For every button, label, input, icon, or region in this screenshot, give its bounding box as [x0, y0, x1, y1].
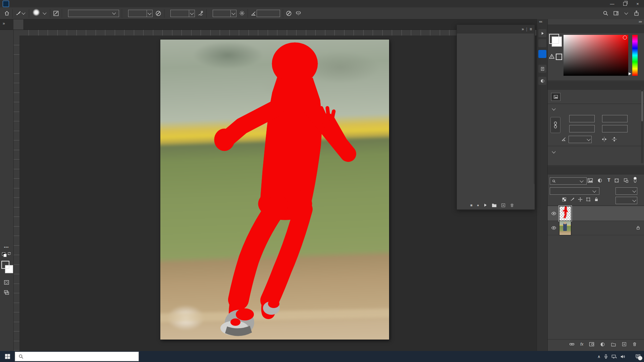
- flow-field[interactable]: [170, 10, 189, 17]
- tab-overflow-icon[interactable]: »: [3, 21, 4, 26]
- brush-tool-preset-icon[interactable]: [15, 11, 21, 16]
- airbrush-icon[interactable]: [198, 10, 204, 16]
- speaker-icon[interactable]: [620, 354, 625, 359]
- foreground-color-swatch[interactable]: [1, 261, 9, 269]
- mode-select[interactable]: [68, 10, 119, 17]
- filter-shape-layers-icon[interactable]: [614, 178, 619, 183]
- close-button[interactable]: ×: [631, 0, 644, 7]
- color-fg-swatch[interactable]: [549, 34, 559, 44]
- filter-pixel-layers-icon[interactable]: [587, 178, 593, 183]
- microphone-icon[interactable]: [604, 354, 608, 359]
- ava-plugin-icon[interactable]: [538, 50, 546, 58]
- minimize-button[interactable]: —: [606, 0, 619, 7]
- workspace-chevron-icon[interactable]: [624, 11, 628, 14]
- lock-position-icon[interactable]: [578, 197, 583, 202]
- properties-scrollbar[interactable]: [641, 86, 643, 163]
- hue-slider[interactable]: [632, 35, 638, 76]
- smoothing-options-gear-icon[interactable]: [239, 10, 245, 16]
- edit-toolbar-ellipsis-icon[interactable]: •••: [1, 243, 12, 251]
- layer-filter-kind-select[interactable]: [550, 177, 587, 185]
- opacity-field[interactable]: [128, 10, 147, 17]
- flip-vertical-icon[interactable]: [611, 136, 617, 142]
- ruler-origin-corner[interactable]: [13, 29, 20, 36]
- screen-mode-icon[interactable]: [1, 288, 12, 297]
- height-field[interactable]: [569, 125, 595, 132]
- delete-layer-icon[interactable]: [632, 342, 637, 347]
- action-center-icon[interactable]: [635, 354, 641, 359]
- home-icon[interactable]: [4, 10, 10, 16]
- new-adjustment-layer-icon[interactable]: [600, 342, 605, 347]
- brush-angle-field[interactable]: [257, 10, 280, 17]
- gamut-warning-swatch[interactable]: [556, 54, 562, 60]
- brush-picker-chevron-icon[interactable]: [43, 11, 46, 14]
- lock-pixels-icon[interactable]: [570, 197, 575, 202]
- smoothing-field[interactable]: [213, 10, 231, 17]
- document-canvas[interactable]: [160, 40, 389, 340]
- filter-type-layers-icon[interactable]: T: [607, 177, 610, 183]
- fill-chevron[interactable]: [632, 197, 637, 204]
- collapse-strip-icon[interactable]: ««: [539, 20, 542, 23]
- notes-panel-icon[interactable]: [538, 65, 546, 73]
- flip-horizontal-icon[interactable]: [601, 136, 607, 142]
- workspace-switcher-icon[interactable]: [613, 10, 619, 16]
- lock-artboard-icon[interactable]: [586, 197, 591, 202]
- link-layers-icon[interactable]: [569, 342, 575, 347]
- default-colors-icon[interactable]: [1, 252, 11, 257]
- foreground-background-swatches[interactable]: [1, 261, 12, 273]
- x-field[interactable]: [602, 115, 628, 122]
- brush-size-preview[interactable]: [33, 9, 40, 16]
- restore-button[interactable]: [619, 0, 631, 7]
- panel-menu-icon[interactable]: ≡: [530, 27, 532, 32]
- brush-preset-chevron-icon[interactable]: [21, 11, 25, 14]
- width-field[interactable]: [569, 115, 595, 122]
- y-field[interactable]: [602, 125, 628, 132]
- play-icon[interactable]: [483, 203, 487, 207]
- quick-mask-icon[interactable]: [1, 278, 12, 287]
- transform-collapse-chevron-icon[interactable]: [552, 107, 555, 110]
- new-layer-icon[interactable]: [622, 342, 627, 347]
- filter-toggle-icon[interactable]: [633, 177, 637, 183]
- layer-visibility-eye-icon[interactable]: [551, 225, 556, 231]
- fx-panel-icon[interactable]: [538, 39, 546, 47]
- tray-chevron-up-icon[interactable]: ∧: [597, 354, 600, 359]
- stop-recording-icon[interactable]: ■: [470, 203, 473, 207]
- color-saturation-brightness-box[interactable]: [564, 35, 628, 76]
- pressure-size-icon[interactable]: [286, 10, 292, 16]
- search-icon[interactable]: [603, 10, 608, 16]
- new-action-set-icon[interactable]: [492, 203, 497, 207]
- constrain-proportions-link-icon[interactable]: [550, 117, 560, 133]
- document-tab[interactable]: [13, 19, 24, 29]
- new-group-icon[interactable]: [611, 342, 616, 347]
- opacity-chevron[interactable]: [147, 10, 153, 17]
- play-panel-icon[interactable]: [538, 29, 546, 37]
- paint-symmetry-icon[interactable]: [295, 10, 302, 16]
- align-collapse-chevron-icon[interactable]: [552, 149, 555, 153]
- brush-settings-panel-icon[interactable]: [53, 10, 59, 16]
- blend-mode-select[interactable]: [550, 187, 599, 195]
- nbp-plugin-icon[interactable]: [538, 89, 546, 97]
- pressure-opacity-icon[interactable]: [155, 10, 161, 16]
- vertical-ruler[interactable]: [13, 36, 20, 351]
- add-layer-mask-icon[interactable]: [589, 342, 594, 347]
- lock-transparency-icon[interactable]: [562, 197, 567, 202]
- lock-all-icon[interactable]: [594, 197, 599, 202]
- layer-thumbnail-brush[interactable]: [559, 206, 571, 221]
- layer-visibility-eye-icon[interactable]: [551, 211, 556, 216]
- filter-smart-objects-icon[interactable]: [624, 178, 629, 183]
- smoothing-chevron[interactable]: [231, 10, 236, 17]
- new-action-icon[interactable]: [501, 203, 505, 207]
- rotate-angle-chevron[interactable]: [586, 136, 592, 143]
- share-icon[interactable]: [634, 10, 639, 16]
- collapse-panel-icon[interactable]: »: [522, 27, 524, 32]
- delete-action-icon[interactable]: [510, 203, 514, 207]
- expand-dock-icon[interactable]: »»: [639, 20, 642, 23]
- half-circle-panel-icon[interactable]: [538, 77, 546, 85]
- layer-effects-fx-icon[interactable]: fx: [580, 342, 583, 347]
- layer-thumbnail-background[interactable]: [559, 221, 571, 235]
- start-button[interactable]: [0, 351, 15, 362]
- network-display-icon[interactable]: [611, 354, 617, 359]
- layers-opacity-chevron[interactable]: [632, 187, 637, 195]
- taskbar-search-box[interactable]: [15, 352, 139, 361]
- layer-row-background[interactable]: [548, 221, 644, 235]
- flow-chevron[interactable]: [189, 10, 195, 17]
